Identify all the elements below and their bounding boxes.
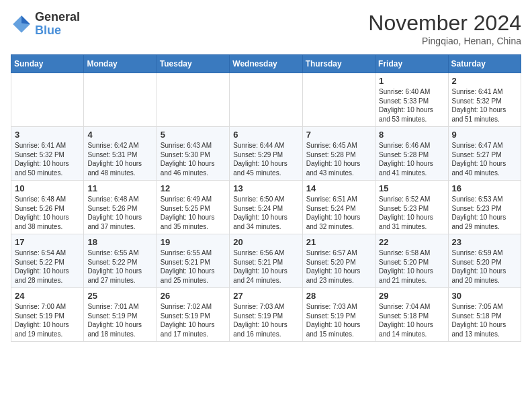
calendar-cell: 19Sunrise: 6:55 AM Sunset: 5:21 PM Dayli… [157,234,229,288]
day-number: 26 [161,291,226,301]
day-number: 30 [452,291,517,301]
day-info: Sunrise: 7:01 AM Sunset: 5:19 PM Dayligh… [87,302,152,338]
day-number: 21 [306,237,371,247]
logo-text: General Blue [35,11,80,38]
day-number: 18 [87,237,152,247]
day-info: Sunrise: 6:58 AM Sunset: 5:20 PM Dayligh… [379,248,444,285]
calendar-cell: 17Sunrise: 6:54 AM Sunset: 5:22 PM Dayli… [11,234,84,288]
day-number: 5 [161,130,226,140]
day-info: Sunrise: 6:55 AM Sunset: 5:21 PM Dayligh… [161,248,226,285]
day-number: 22 [379,237,444,247]
week-row-5: 24Sunrise: 7:00 AM Sunset: 5:19 PM Dayli… [11,288,521,342]
day-number: 25 [87,291,152,301]
day-number: 15 [379,183,444,193]
day-info: Sunrise: 6:48 AM Sunset: 5:26 PM Dayligh… [87,195,152,231]
day-info: Sunrise: 6:44 AM Sunset: 5:29 PM Dayligh… [233,141,298,177]
day-info: Sunrise: 7:00 AM Sunset: 5:19 PM Dayligh… [15,302,80,338]
day-info: Sunrise: 6:54 AM Sunset: 5:22 PM Dayligh… [15,248,80,285]
calendar-cell: 16Sunrise: 6:53 AM Sunset: 5:23 PM Dayli… [448,181,521,234]
weekday-header-thursday: Thursday [302,55,375,73]
day-info: Sunrise: 7:02 AM Sunset: 5:19 PM Dayligh… [161,302,226,338]
calendar-cell: 18Sunrise: 6:55 AM Sunset: 5:22 PM Dayli… [84,234,157,288]
weekday-header-wednesday: Wednesday [230,55,302,73]
day-number: 13 [233,183,298,193]
weekday-header-sunday: Sunday [11,55,84,73]
calendar-cell: 21Sunrise: 6:57 AM Sunset: 5:20 PM Dayli… [302,234,375,288]
day-number: 29 [379,291,444,301]
day-number: 23 [452,237,517,247]
calendar-cell: 10Sunrise: 6:48 AM Sunset: 5:26 PM Dayli… [11,181,84,234]
calendar-cell: 20Sunrise: 6:56 AM Sunset: 5:21 PM Dayli… [230,234,302,288]
calendar-cell: 8Sunrise: 6:46 AM Sunset: 5:28 PM Daylig… [375,127,448,181]
day-info: Sunrise: 7:03 AM Sunset: 5:19 PM Dayligh… [306,302,371,338]
day-number: 4 [87,130,152,140]
weekday-header-tuesday: Tuesday [157,55,229,73]
day-info: Sunrise: 6:41 AM Sunset: 5:32 PM Dayligh… [15,141,80,177]
calendar-cell: 27Sunrise: 7:03 AM Sunset: 5:19 PM Dayli… [230,288,302,342]
day-info: Sunrise: 6:42 AM Sunset: 5:31 PM Dayligh… [87,141,152,177]
day-number: 17 [15,237,80,247]
day-number: 16 [452,183,517,193]
day-info: Sunrise: 7:04 AM Sunset: 5:18 PM Dayligh… [379,302,444,338]
week-row-4: 17Sunrise: 6:54 AM Sunset: 5:22 PM Dayli… [11,234,521,288]
calendar-cell: 30Sunrise: 7:05 AM Sunset: 5:18 PM Dayli… [448,288,521,342]
day-info: Sunrise: 6:48 AM Sunset: 5:26 PM Dayligh… [15,195,80,231]
calendar-cell [11,73,84,127]
day-info: Sunrise: 6:46 AM Sunset: 5:28 PM Dayligh… [379,141,444,177]
calendar-table: SundayMondayTuesdayWednesdayThursdayFrid… [11,54,521,342]
day-info: Sunrise: 6:47 AM Sunset: 5:27 PM Dayligh… [452,141,517,177]
calendar-cell: 22Sunrise: 6:58 AM Sunset: 5:20 PM Dayli… [375,234,448,288]
week-row-2: 3Sunrise: 6:41 AM Sunset: 5:32 PM Daylig… [11,127,521,181]
weekday-header-row: SundayMondayTuesdayWednesdayThursdayFrid… [11,55,521,73]
day-number: 6 [233,130,298,140]
calendar-cell: 3Sunrise: 6:41 AM Sunset: 5:32 PM Daylig… [11,127,84,181]
weekday-header-friday: Friday [375,55,448,73]
calendar-cell: 14Sunrise: 6:51 AM Sunset: 5:24 PM Dayli… [302,181,375,234]
weekday-header-monday: Monday [84,55,157,73]
day-info: Sunrise: 6:45 AM Sunset: 5:28 PM Dayligh… [306,141,371,177]
calendar-cell [157,73,229,127]
calendar-cell: 12Sunrise: 6:49 AM Sunset: 5:25 PM Dayli… [157,181,229,234]
weekday-header-saturday: Saturday [448,55,521,73]
day-info: Sunrise: 6:40 AM Sunset: 5:33 PM Dayligh… [379,87,444,124]
day-info: Sunrise: 6:59 AM Sunset: 5:20 PM Dayligh… [452,248,517,285]
day-number: 19 [161,237,226,247]
day-info: Sunrise: 6:43 AM Sunset: 5:30 PM Dayligh… [161,141,226,177]
day-number: 2 [452,76,517,86]
calendar-cell: 6Sunrise: 6:44 AM Sunset: 5:29 PM Daylig… [230,127,302,181]
day-info: Sunrise: 7:03 AM Sunset: 5:19 PM Dayligh… [233,302,298,338]
calendar-cell: 13Sunrise: 6:50 AM Sunset: 5:24 PM Dayli… [230,181,302,234]
calendar-cell [230,73,302,127]
day-number: 10 [15,183,80,193]
week-row-1: 1Sunrise: 6:40 AM Sunset: 5:33 PM Daylig… [11,73,521,127]
day-number: 7 [306,130,371,140]
calendar-cell: 7Sunrise: 6:45 AM Sunset: 5:28 PM Daylig… [302,127,375,181]
calendar-cell: 15Sunrise: 6:52 AM Sunset: 5:23 PM Dayli… [375,181,448,234]
calendar-cell [84,73,157,127]
calendar-cell: 5Sunrise: 6:43 AM Sunset: 5:30 PM Daylig… [157,127,229,181]
calendar-cell: 24Sunrise: 7:00 AM Sunset: 5:19 PM Dayli… [11,288,84,342]
month-title: November 2024 [368,11,521,36]
day-number: 12 [161,183,226,193]
logo: General Blue [11,11,80,38]
day-number: 9 [452,130,517,140]
day-info: Sunrise: 6:51 AM Sunset: 5:24 PM Dayligh… [306,195,371,231]
calendar-cell: 1Sunrise: 6:40 AM Sunset: 5:33 PM Daylig… [375,73,448,127]
logo-blue-text: Blue [35,24,80,38]
page-header: General Blue November 2024 Pingqiao, Hen… [11,11,521,46]
day-info: Sunrise: 6:52 AM Sunset: 5:23 PM Dayligh… [379,195,444,231]
calendar-cell: 23Sunrise: 6:59 AM Sunset: 5:20 PM Dayli… [448,234,521,288]
day-number: 20 [233,237,298,247]
day-info: Sunrise: 6:50 AM Sunset: 5:24 PM Dayligh… [233,195,298,231]
day-info: Sunrise: 6:56 AM Sunset: 5:21 PM Dayligh… [233,248,298,285]
calendar-cell: 9Sunrise: 6:47 AM Sunset: 5:27 PM Daylig… [448,127,521,181]
calendar-cell: 29Sunrise: 7:04 AM Sunset: 5:18 PM Dayli… [375,288,448,342]
day-info: Sunrise: 6:55 AM Sunset: 5:22 PM Dayligh… [87,248,152,285]
svg-marker-1 [21,15,30,24]
day-number: 28 [306,291,371,301]
logo-general-text: General [35,11,80,24]
day-number: 8 [379,130,444,140]
calendar-cell [302,73,375,127]
calendar-cell: 28Sunrise: 7:03 AM Sunset: 5:19 PM Dayli… [302,288,375,342]
calendar-cell: 25Sunrise: 7:01 AM Sunset: 5:19 PM Dayli… [84,288,157,342]
